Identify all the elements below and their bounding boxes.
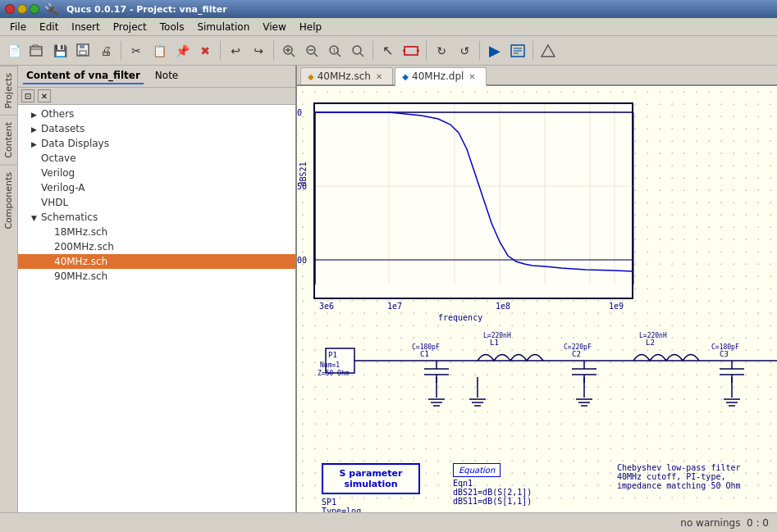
svg-text:C=180pF: C=180pF (711, 343, 739, 351)
tab-close-sch[interactable]: ✕ (374, 71, 384, 82)
tree-item-octave[interactable]: ▶Octave (18, 151, 295, 166)
tab-label-dpl: 40MHz.dpl (412, 70, 464, 82)
x-tick-1e7: 1e7 (387, 302, 402, 311)
tree-item-others[interactable]: ▶Others (18, 107, 295, 121)
menu-project[interactable]: Project (107, 20, 153, 34)
print-button[interactable]: 🖨 (95, 40, 117, 61)
menu-edit[interactable]: Edit (33, 20, 65, 34)
svg-text:Num=1: Num=1 (320, 361, 340, 369)
svg-text:11: 11 (332, 48, 340, 54)
svg-text:L1: L1 (490, 339, 499, 347)
sidebar-tab-projects[interactable]: Projects (0, 66, 17, 115)
y-tick-0: 0 (297, 108, 312, 117)
tree-item-200mhz[interactable]: ▶200MHz.sch (18, 239, 295, 254)
tree-item-vhdl[interactable]: ▶VHDL (18, 195, 295, 210)
minimize-button[interactable] (17, 4, 27, 14)
tree-item-40mhz[interactable]: ▶40MHz.sch (18, 254, 295, 269)
expand-button[interactable]: ✕ (38, 89, 51, 102)
menu-file[interactable]: File (3, 20, 33, 34)
sep2 (220, 41, 221, 61)
zoom-fit-button[interactable]: 11 (324, 40, 345, 61)
x-tick-1e8: 1e8 (496, 302, 510, 311)
sidebar-tab-components[interactable]: Components (0, 165, 17, 236)
mirror-x-button[interactable]: ↺ (454, 40, 475, 61)
close-button[interactable] (5, 4, 15, 14)
zoom-out-button[interactable] (301, 40, 322, 61)
docview-button[interactable] (507, 40, 528, 61)
undo-button[interactable]: ↩ (225, 40, 246, 61)
filetree-header: Content of vna_filter Note (18, 66, 295, 88)
simulate-button[interactable]: ▶ (484, 40, 505, 61)
svg-text:C=220pF: C=220pF (564, 343, 592, 351)
menu-insert[interactable]: Insert (65, 20, 106, 34)
delete-button[interactable]: ✖ (194, 40, 216, 61)
arrow-datadisplays: ▶ (31, 140, 41, 148)
rotate-button[interactable]: ↻ (431, 40, 452, 61)
tree-item-verilog-a[interactable]: ▶Verilog-A (18, 180, 295, 195)
tree-item-verilog[interactable]: ▶Verilog (18, 166, 295, 180)
tree-item-90mhz[interactable]: ▶90MHz.sch (18, 269, 295, 284)
svg-text:Z=50 Ohm: Z=50 Ohm (318, 370, 350, 377)
svg-rect-2 (80, 44, 85, 48)
x-tick-3e6: 3e6 (319, 302, 334, 311)
new-button[interactable]: 📄 (3, 40, 25, 61)
copy-button[interactable]: 📋 (149, 40, 170, 61)
svg-text:C2: C2 (572, 350, 581, 358)
tab-label-sch: 40MHz.sch (318, 70, 371, 82)
content-area: ◆ 40MHz.sch ✕ ◆ 40MHz.dpl ✕ dBS21 0 -50 (297, 66, 777, 512)
schematic-canvas: dBS21 0 -50 -100 3e6 1e7 1e8 1e9 frequen… (297, 86, 777, 504)
sep3 (273, 41, 274, 61)
filetree-content[interactable]: ▶Others ▶Datasets ▶Data Displays ▶Octave… (18, 105, 295, 512)
sp-params: SP1Type=logStart=4MHzStop=400MHzPoints=2… (322, 498, 420, 512)
sep5 (426, 41, 427, 61)
paste-button[interactable]: 📌 (171, 40, 193, 61)
tree-item-datasets[interactable]: ▶Datasets (18, 121, 295, 136)
tab-icon-dpl: ◆ (402, 72, 409, 81)
collapse-button[interactable]: ⊡ (21, 89, 34, 102)
tab-close-dpl[interactable]: ✕ (467, 71, 477, 82)
svg-rect-0 (30, 47, 42, 56)
tab-bar: ◆ 40MHz.sch ✕ ◆ 40MHz.dpl ✕ (297, 66, 777, 86)
redo-button[interactable]: ↪ (248, 40, 269, 61)
y-tick-50: -50 (297, 182, 307, 191)
svg-line-5 (291, 53, 295, 57)
save-button[interactable]: 💾 (49, 40, 71, 61)
arrow-datasets: ▶ (31, 125, 41, 134)
menu-view[interactable]: View (256, 20, 292, 34)
svg-text:C1: C1 (420, 350, 429, 358)
open-button[interactable] (26, 40, 48, 61)
component-tool[interactable] (400, 40, 422, 61)
filetree-tab-content[interactable]: Content of vna_filter (23, 68, 144, 84)
viewport[interactable]: dBS21 0 -50 -100 3e6 1e7 1e8 1e9 frequen… (297, 86, 777, 512)
status-coords: 0 : 0 (747, 517, 769, 529)
save-project-button[interactable] (72, 40, 94, 61)
equation-area: Equation Eqn1dBS21=dB(S[2,1])dBS11=dB(S[… (453, 463, 532, 506)
menu-simulation[interactable]: Simulation (190, 20, 256, 34)
main-layout: Projects Content Components Content of v… (0, 66, 777, 512)
tree-item-18mhz[interactable]: ▶18MHz.sch (18, 225, 295, 239)
select-tool[interactable]: ↖ (377, 40, 399, 61)
sidebar-tab-content[interactable]: Content (0, 115, 17, 165)
cut-button[interactable]: ✂ (126, 40, 147, 61)
maximize-button[interactable] (30, 4, 39, 14)
extra-button[interactable] (537, 40, 559, 61)
tab-40mhz-dpl[interactable]: ◆ 40MHz.dpl ✕ (395, 67, 486, 86)
sp-sim-box: S parametersimulation (322, 463, 420, 494)
filetree-tab-note[interactable]: Note (152, 68, 181, 84)
menu-help[interactable]: Help (293, 20, 328, 34)
menu-tools[interactable]: Tools (153, 20, 191, 34)
sep1 (121, 41, 121, 61)
circuit-wires: P1 Num=1 Z=50 Ohm L1 L=220nH C1 C=180pF (313, 332, 777, 430)
zoom-in-button[interactable] (278, 40, 299, 61)
sp-simulation-area: S parametersimulation SP1Type=logStart=4… (322, 463, 420, 512)
zoom-select-button[interactable] (347, 40, 368, 61)
svg-line-15 (360, 53, 363, 57)
tree-item-schematics[interactable]: ▼Schematics (18, 210, 295, 225)
svg-line-9 (314, 53, 318, 57)
app-icon: 🔌 (44, 2, 58, 16)
sep7 (532, 41, 533, 61)
tab-40mhz-sch[interactable]: ◆ 40MHz.sch ✕ (300, 67, 393, 84)
svg-text:L2: L2 (646, 339, 655, 347)
svg-text:P1: P1 (328, 351, 337, 359)
tree-item-datadisplays[interactable]: ▶Data Displays (18, 136, 295, 151)
